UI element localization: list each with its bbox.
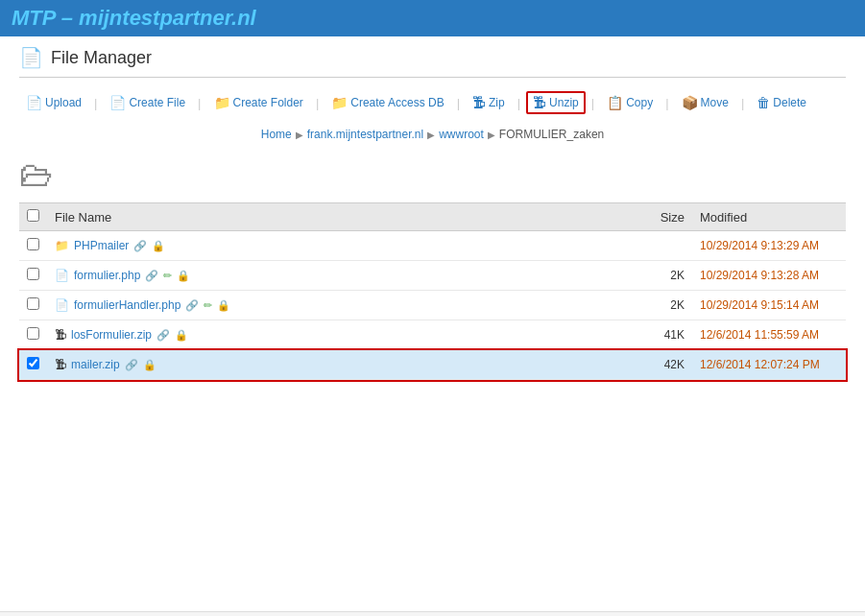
edit-icon: ✏ [204,299,212,312]
create-access-db-icon: 📁 [331,95,348,110]
file-modified: 10/29/2014 9:15:14 AM [692,291,846,320]
file-manager-icon: 📄 [19,46,43,69]
file-name-link[interactable]: PHPmailer [74,239,129,252]
delete-icon: 🗑 [757,95,770,110]
zip-icon: 🗜 [472,95,486,110]
file-name-link[interactable]: mailer.zip [71,358,120,371]
breadcrumb-domain[interactable]: frank.mijntestpartner.nl [307,128,423,141]
top-bar: MTP – mijntestpartner.nl [0,0,865,36]
link-icon: 🔗 [125,359,138,371]
row-checkbox-5[interactable] [27,357,39,369]
select-all-checkbox[interactable] [27,209,39,222]
row-checkbox-3[interactable] [27,297,39,310]
link-icon: 🔗 [145,270,158,282]
file-icon: 🗜 [55,328,66,342]
table-row: 📁PHPmailer🔗🔒10/29/2014 9:13:29 AM [19,231,846,261]
move-icon: 📦 [682,95,698,110]
toolbar: 📄 Upload | 📄 Create File | 📁 Create Fold… [19,87,846,118]
create-access-db-button[interactable]: 📁 Create Access DB [324,91,450,114]
size-column-header: Size [635,203,692,231]
current-folder-icon: 🗁 [19,154,846,195]
modified-column-header: Modified [692,203,846,231]
site-title: MTP – mijntestpartner.nl [12,6,256,30]
file-modified: 10/29/2014 9:13:29 AM [692,231,846,261]
file-size: 42K [635,350,692,380]
breadcrumb-wwwroot[interactable]: wwwroot [439,128,484,141]
filename-column-header: File Name [47,203,635,231]
file-name-link[interactable]: formulierHandler.php [74,298,180,312]
copy-button[interactable]: 📋 Copy [600,91,660,114]
lock-icon: 🔒 [175,329,188,342]
breadcrumb-current: FORMULIER_zaken [499,128,604,141]
lock-icon: 🔒 [152,240,165,252]
lock-icon: 🔒 [177,270,190,282]
file-size: 2K [635,291,692,320]
file-modified: 12/6/2014 11:55:59 AM [692,320,846,350]
unzip-icon: 🗜 [533,95,546,110]
copy-icon: 📋 [607,95,623,110]
file-size [635,231,692,261]
delete-button[interactable]: 🗑 Delete [750,91,813,114]
link-icon: 🔗 [133,240,147,252]
table-row: 📄formulier.php🔗✏🔒2K10/29/2014 9:13:28 AM [19,261,846,291]
create-file-icon: 📄 [109,95,126,110]
breadcrumb-home[interactable]: Home [261,128,292,141]
create-folder-icon: 📁 [214,95,230,110]
file-modified: 12/6/2014 12:07:24 PM [692,350,846,380]
file-icon: 📄 [55,269,69,282]
upload-icon: 📄 [26,95,42,110]
file-icon: 📁 [55,239,69,252]
file-name-link[interactable]: losFormulier.zip [71,328,152,342]
unzip-button[interactable]: 🗜 Unzip [526,91,586,114]
upload-button[interactable]: 📄 Upload [19,91,88,114]
create-folder-button[interactable]: 📁 Create Folder [207,91,310,114]
file-modified: 10/29/2014 9:13:28 AM [692,261,846,291]
lock-icon: 🔒 [217,299,230,312]
bottom-bar: Disk Space, MB: 0 of 15000 Calculate Dis… [0,611,865,616]
row-checkbox-4[interactable] [27,327,39,340]
lock-icon: 🔒 [143,359,156,371]
row-checkbox-2[interactable] [27,268,39,280]
move-button[interactable]: 📦 Move [675,91,735,114]
file-name-link[interactable]: formulier.php [74,269,140,282]
page-title: File Manager [51,48,152,68]
link-icon: 🔗 [185,299,199,312]
link-icon: 🔗 [156,329,170,342]
file-size: 41K [635,320,692,350]
breadcrumb: Home ▶ frank.mijntestpartner.nl ▶ wwwroo… [19,128,846,141]
edit-icon: ✏ [163,270,172,282]
file-manager-heading: 📄 File Manager [19,46,846,78]
table-row: 📄formulierHandler.php🔗✏🔒2K10/29/2014 9:1… [19,291,846,320]
row-checkbox-1[interactable] [27,238,39,250]
file-icon: 📄 [55,298,69,312]
table-row: 🗜mailer.zip🔗🔒42K12/6/2014 12:07:24 PM [19,350,846,380]
zip-button[interactable]: 🗜 Zip [466,91,512,114]
create-file-button[interactable]: 📄 Create File [103,91,192,114]
select-all-header [19,203,47,231]
file-size: 2K [635,261,692,291]
file-icon: 🗜 [55,358,66,371]
table-row: 🗜losFormulier.zip🔗🔒41K12/6/2014 11:55:59… [19,320,846,350]
file-table: File Name Size Modified 📁PHPmailer🔗🔒10/2… [19,202,846,380]
